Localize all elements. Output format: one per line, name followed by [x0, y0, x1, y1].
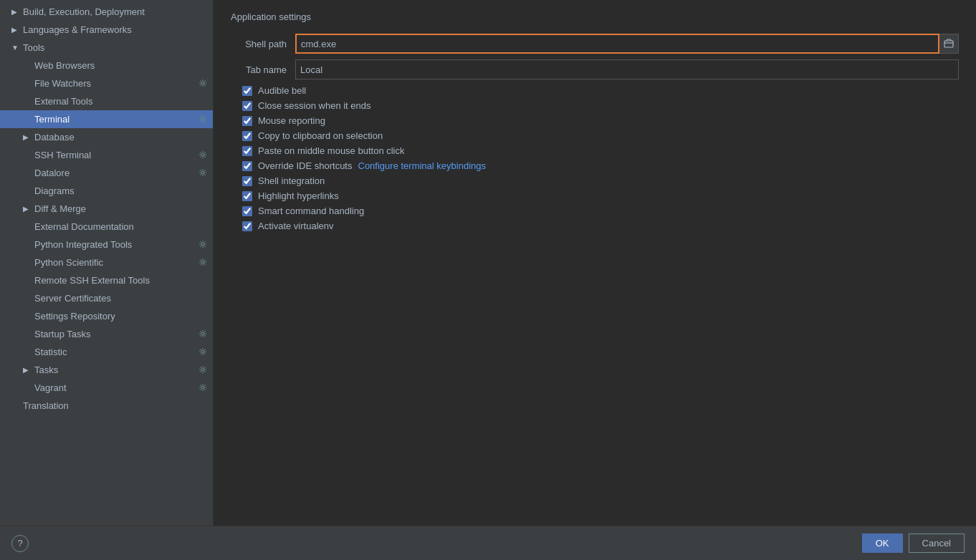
settings-icon [198, 168, 207, 178]
sidebar-item-label: External Tools [34, 96, 207, 107]
svg-point-5 [201, 261, 204, 264]
sidebar-item-languages-frameworks[interactable]: ▶Languages & Frameworks [0, 21, 213, 39]
sidebar-item-server-certificates[interactable]: Server Certificates [0, 289, 213, 307]
shell-path-browse-button[interactable] [939, 34, 959, 54]
sidebar-item-label: Diff & Merge [34, 203, 207, 214]
sidebar-item-startup-tasks[interactable]: Startup Tasks [0, 325, 213, 343]
settings-content: Application settings Shell path Tab name [214, 0, 976, 526]
sidebar-item-label: Database [34, 132, 207, 143]
checkbox-override-ide[interactable] [242, 161, 252, 171]
svg-point-6 [201, 332, 204, 335]
svg-point-3 [201, 171, 204, 174]
settings-icon [198, 258, 207, 268]
arrow-icon: ▼ [11, 44, 20, 52]
checkbox-row-smart-command: Smart command handling [242, 206, 959, 216]
sidebar-item-diff-merge[interactable]: ▶Diff & Merge [0, 200, 213, 218]
sidebar-item-ssh-terminal[interactable]: SSH Terminal [0, 146, 213, 164]
settings-icon [198, 150, 207, 160]
sidebar-item-remote-ssh-external-tools[interactable]: Remote SSH External Tools [0, 271, 213, 289]
sidebar-item-datalore[interactable]: Datalore [0, 164, 213, 182]
checkbox-label-copy-clipboard: Copy to clipboard on selection [258, 130, 383, 141]
sidebar-item-label: Diagrams [34, 185, 207, 196]
checkbox-mouse-reporting[interactable] [242, 116, 252, 126]
svg-point-0 [201, 82, 204, 85]
sidebar-item-label: Datalore [34, 168, 196, 178]
sidebar-item-label: Settings Repository [34, 311, 207, 322]
settings-icon [198, 240, 207, 250]
bottom-left: ? [11, 535, 29, 552]
sidebar-item-label: Tools [23, 42, 207, 53]
arrow-icon: ▶ [11, 26, 20, 34]
checkbox-close-session[interactable] [242, 101, 252, 111]
checkbox-highlight-hyperlinks[interactable] [242, 191, 252, 201]
shell-path-label: Shell path [231, 39, 295, 49]
settings-icon [198, 347, 207, 357]
sidebar-item-translation[interactable]: Translation [0, 397, 213, 415]
checkbox-label-smart-command: Smart command handling [258, 206, 364, 216]
sidebar-item-label: Terminal [34, 114, 196, 125]
checkbox-label-override-ide: Override IDE shortcuts [258, 160, 353, 171]
help-button[interactable]: ? [11, 535, 29, 552]
arrow-icon: ▶ [23, 133, 32, 141]
checkbox-label-close-session: Close session when it ends [258, 100, 371, 111]
bottom-bar: ? OK Cancel [0, 526, 976, 560]
arrow-icon: ▶ [11, 8, 20, 16]
sidebar-item-database[interactable]: ▶Database [0, 128, 213, 146]
sidebar-item-web-browsers[interactable]: Web Browsers [0, 57, 213, 74]
settings-icon [198, 329, 207, 339]
sidebar-item-python-integrated-tools[interactable]: Python Integrated Tools [0, 236, 213, 254]
tab-name-label: Tab name [231, 64, 295, 75]
sidebar-item-terminal[interactable]: Terminal [0, 110, 213, 128]
sidebar-item-tasks[interactable]: ▶Tasks [0, 361, 213, 379]
sidebar-item-label: Python Scientific [34, 257, 196, 268]
sidebar-item-settings-repository[interactable]: Settings Repository [0, 307, 213, 325]
svg-point-1 [201, 117, 204, 120]
checkbox-copy-clipboard[interactable] [242, 131, 252, 141]
settings-icon [198, 383, 207, 393]
sidebar-item-statistic[interactable]: Statistic [0, 343, 213, 361]
sidebar-item-tools[interactable]: ▼Tools [0, 39, 213, 57]
checkbox-row-override-ide: Override IDE shortcutsConfigure terminal… [242, 160, 959, 171]
sidebar-item-diagrams[interactable]: Diagrams [0, 182, 213, 200]
checkbox-row-audible-bell: Audible bell [242, 85, 959, 96]
sidebar-item-external-documentation[interactable]: External Documentation [0, 218, 213, 236]
sidebar-item-build-execution[interactable]: ▶Build, Execution, Deployment [0, 3, 213, 21]
sidebar-item-label: Remote SSH External Tools [34, 275, 207, 286]
svg-point-9 [201, 386, 204, 389]
checkbox-label-audible-bell: Audible bell [258, 85, 306, 96]
tab-name-input-wrapper [295, 59, 959, 79]
ok-button[interactable]: OK [862, 534, 903, 553]
checkboxes-container: Audible bellClose session when it endsMo… [231, 85, 959, 231]
checkbox-audible-bell[interactable] [242, 86, 252, 96]
sidebar-item-label: SSH Terminal [34, 150, 196, 160]
checkbox-row-close-session: Close session when it ends [242, 100, 959, 111]
cancel-button[interactable]: Cancel [909, 534, 965, 553]
shell-path-input-wrapper [295, 34, 959, 54]
sidebar-item-label: External Documentation [34, 221, 207, 232]
checkbox-activate-virtualenv[interactable] [242, 221, 252, 231]
sidebar-item-file-watchers[interactable]: File Watchers [0, 74, 213, 92]
configure-keybindings-link[interactable]: Configure terminal keybindings [358, 160, 486, 171]
tab-name-input[interactable] [295, 59, 959, 79]
sidebar-item-label: Python Integrated Tools [34, 239, 196, 250]
sidebar-item-vagrant[interactable]: Vagrant [0, 379, 213, 397]
settings-icon [198, 79, 207, 89]
sidebar-item-label: File Watchers [34, 78, 196, 89]
tab-name-row: Tab name [231, 59, 959, 79]
checkbox-row-activate-virtualenv: Activate virtualenv [242, 221, 959, 231]
sidebar-item-label: Build, Execution, Deployment [23, 6, 207, 17]
svg-rect-10 [944, 41, 953, 47]
checkbox-smart-command[interactable] [242, 206, 252, 216]
checkbox-shell-integration[interactable] [242, 176, 252, 186]
shell-path-input[interactable] [295, 34, 939, 54]
sidebar-item-external-tools[interactable]: External Tools [0, 92, 213, 110]
arrow-icon: ▶ [23, 366, 32, 374]
checkbox-label-mouse-reporting: Mouse reporting [258, 115, 325, 126]
sidebar-item-label: Web Browsers [34, 60, 207, 71]
bottom-right: OK Cancel [862, 534, 965, 553]
checkbox-paste-middle[interactable] [242, 146, 252, 156]
checkbox-row-paste-middle: Paste on middle mouse button click [242, 145, 959, 156]
checkbox-label-activate-virtualenv: Activate virtualenv [258, 221, 334, 231]
sidebar-item-label: Statistic [34, 347, 196, 357]
sidebar-item-python-scientific[interactable]: Python Scientific [0, 254, 213, 271]
